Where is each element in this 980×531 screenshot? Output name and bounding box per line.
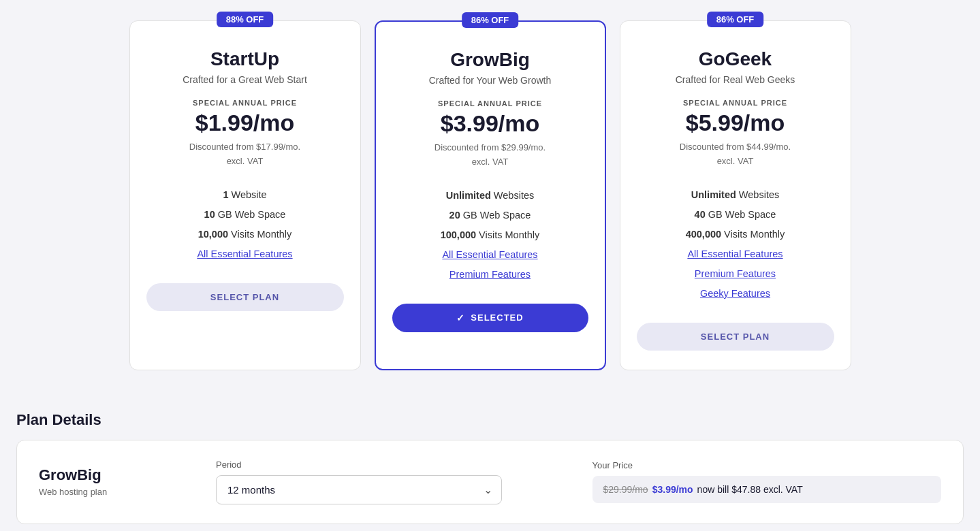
feature-line: 40 GB Web Space [637, 205, 834, 225]
select-plan-label-startup: SELECT PLAN [210, 292, 279, 302]
plan-card-growbig: 86% OFFGrowBigCrafted for Your Web Growt… [375, 20, 606, 370]
plan-price-startup: $1.99/mo [146, 110, 344, 136]
plan-tagline-gogeek: Crafted for Real Web Geeks [637, 74, 834, 85]
plans-container: 88% OFFStartUpCrafted for a Great Web St… [14, 14, 966, 384]
select-plan-label-gogeek: SELECT PLAN [701, 332, 770, 342]
special-label-startup: SPECIAL ANNUAL PRICE [146, 99, 344, 107]
plan-name-startup: StartUp [146, 48, 344, 70]
feature-line: Unlimited Websites [637, 185, 834, 205]
price-discount-startup: Discounted from $17.99/mo. excl. VAT [146, 140, 344, 169]
period-label: Period [216, 460, 565, 470]
select-plan-label-growbig: SELECTED [471, 312, 523, 323]
feature-link-growbig[interactable]: Premium Features [392, 265, 588, 285]
feature-link-startup[interactable]: All Essential Features [146, 244, 344, 264]
select-plan-button-startup[interactable]: SELECT PLAN [146, 283, 344, 311]
special-label-growbig: SPECIAL ANNUAL PRICE [392, 99, 588, 108]
feature-line: 1 Website [146, 185, 344, 205]
discount-badge-growbig: 86% OFF [462, 12, 519, 28]
feature-line: 20 GB Web Space [392, 206, 588, 225]
plan-details-plan-type: Web hosting plan [39, 487, 189, 497]
price-new: $3.99/mo [652, 484, 693, 495]
feature-link-gogeek[interactable]: Geeky Features [637, 284, 834, 304]
feature-line: 10,000 Visits Monthly [146, 225, 344, 244]
feature-line: Unlimited Websites [392, 186, 588, 206]
your-price-section: Your Price $29.99/mo $3.99/mo now bill $… [592, 460, 942, 503]
select-plan-button-growbig[interactable]: ✓SELECTED [392, 304, 588, 332]
plan-name-gogeek: GoGeek [637, 48, 834, 70]
plan-features-startup: 1 Website10 GB Web Space10,000 Visits Mo… [146, 185, 344, 264]
discount-badge-startup: 88% OFF [217, 12, 274, 27]
special-label-gogeek: SPECIAL ANNUAL PRICE [637, 99, 834, 107]
feature-link-gogeek[interactable]: Premium Features [637, 264, 834, 284]
plan-features-gogeek: Unlimited Websites40 GB Web Space400,000… [637, 185, 834, 304]
feature-line: 10 GB Web Space [146, 205, 344, 225]
period-section: Period 12 months24 months36 months ⌄ [216, 460, 565, 504]
discount-badge-gogeek: 86% OFF [707, 12, 764, 27]
plan-features-growbig: Unlimited Websites20 GB Web Space100,000… [392, 186, 588, 285]
period-select[interactable]: 12 months24 months36 months [216, 475, 502, 504]
plan-details-section: Plan Details GrowBig Web hosting plan Pe… [14, 411, 966, 524]
feature-link-gogeek[interactable]: All Essential Features [637, 244, 834, 264]
plan-details-name-block: GrowBig Web hosting plan [39, 466, 189, 497]
plan-name-growbig: GrowBig [392, 49, 588, 71]
plan-card-gogeek: 86% OFFGoGeekCrafted for Real Web GeeksS… [620, 20, 851, 370]
plan-tagline-startup: Crafted for a Great Web Start [146, 74, 344, 85]
feature-line: 400,000 Visits Monthly [637, 225, 834, 244]
plan-price-growbig: $3.99/mo [392, 110, 588, 137]
price-discount-gogeek: Discounted from $44.99/mo. excl. VAT [637, 140, 834, 169]
plan-price-gogeek: $5.99/mo [637, 110, 834, 136]
period-select-wrapper: 12 months24 months36 months ⌄ [216, 475, 502, 504]
feature-link-growbig[interactable]: All Essential Features [392, 245, 588, 265]
price-discount-growbig: Discounted from $29.99/mo. excl. VAT [392, 141, 588, 170]
your-price-label: Your Price [592, 460, 942, 470]
price-old: $29.99/mo [603, 484, 648, 495]
plan-details-title: Plan Details [16, 411, 964, 429]
select-plan-button-gogeek[interactable]: SELECT PLAN [637, 323, 834, 351]
your-price-box: $29.99/mo $3.99/mo now bill $47.88 excl.… [592, 476, 942, 503]
plan-details-plan-name: GrowBig [39, 466, 189, 484]
price-now-bill: now bill $47.88 excl. VAT [697, 484, 803, 495]
checkmark-icon: ✓ [456, 312, 465, 323]
plan-tagline-growbig: Crafted for Your Web Growth [392, 75, 588, 86]
plan-card-startup: 88% OFFStartUpCrafted for a Great Web St… [129, 20, 361, 370]
plan-details-card: GrowBig Web hosting plan Period 12 month… [16, 440, 964, 524]
feature-line: 100,000 Visits Monthly [392, 225, 588, 245]
